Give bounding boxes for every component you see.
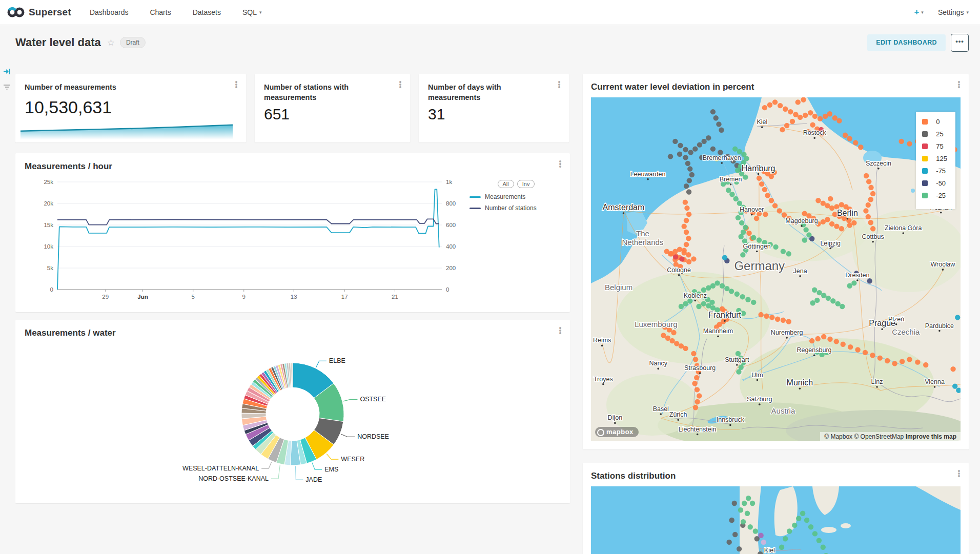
map-label: Cottbus [862,233,884,240]
station-dot [729,192,734,197]
expand-filter-bar-icon[interactable] [3,68,11,75]
svg-text:10k: 10k [44,243,53,250]
station-dot [661,333,666,338]
station-dot [748,524,753,529]
chart-kebab-menu[interactable]: ••• [557,160,564,168]
station-dot [686,259,691,264]
station-dot [688,150,693,155]
station-dot [679,304,684,309]
station-dot [780,127,785,132]
station-dot [762,187,767,192]
chart-kebab-menu[interactable]: ••• [397,81,404,89]
map-label: Rostock [803,129,827,136]
chart-kebab-menu[interactable]: ••• [955,470,963,478]
nav-item-charts[interactable]: Charts [150,8,171,16]
map-label: Zürich [669,411,687,418]
series-label: Measurements [485,193,525,200]
donut-label-ostsee: OSTSEE [360,396,386,403]
map-label: Wrocław [931,261,956,268]
map-label: Cologne [667,266,691,274]
new-item-button[interactable]: + ▾ [914,7,923,17]
station-dot [795,99,801,105]
dashboard-more-button[interactable]: ••• [951,34,969,52]
settings-menu[interactable]: Settings ▾ [938,8,969,16]
improve-map-link[interactable]: Improve this map [906,433,956,440]
station-dot [746,231,751,236]
nav-item-sql[interactable]: SQL▾ [242,8,262,16]
station-dot [716,121,721,127]
stations-map[interactable]: KielRostock [591,486,961,554]
station-dot [689,172,695,177]
station-dot [773,244,778,250]
map-label: Innsbruck [717,416,745,423]
legend-color-swatch [922,131,928,137]
legend-color-swatch [922,119,928,125]
station-dot [806,232,811,237]
chart-kebab-menu[interactable]: ••• [556,81,563,89]
map-label: Hamburg [742,164,775,173]
donut-label-ems: EMS [324,466,338,473]
legend-all-toggle[interactable]: All [498,180,514,188]
station-dot [803,113,808,118]
station-dot [685,161,690,166]
deviation-map[interactable]: LeeuwardenAmsterdamTheNetherlandsBelgium… [591,97,961,441]
kpi-title: Number of stations with measurements [264,82,401,102]
station-dot [732,501,737,506]
legend-item-stations[interactable]: Number of stations [469,204,563,212]
svg-text:25k: 25k [44,179,53,185]
station-dot [821,545,826,550]
station-dot [866,214,871,219]
station-dot [733,196,738,201]
station-dot [697,393,702,398]
attribution-text: © Mapbox © OpenStreetMap [824,433,904,440]
station-dot [821,219,826,224]
station-dot [681,223,686,229]
chart-kebab-menu[interactable]: ••• [233,81,240,89]
chart-kebab-menu[interactable]: ••• [557,327,564,335]
station-dot [691,351,696,356]
station-dot [683,147,688,152]
station-dot [762,105,767,110]
legend-item-measurements[interactable]: Measurements [469,193,563,200]
station-dot [784,123,789,128]
station-dot [786,319,791,324]
station-dot [847,283,852,289]
svg-text:20k: 20k [44,200,53,207]
station-dot [741,519,746,524]
map-label: Basel [653,405,669,413]
map-legend-item: 25 [922,130,947,138]
map-label: Amsterdam [603,203,645,212]
legend-inv-toggle[interactable]: Inv [517,180,535,188]
station-dot [683,301,688,306]
brand-name: Superset [29,7,71,18]
filter-icon[interactable] [3,84,11,91]
station-dot [839,226,844,231]
map-label: Pardubice [925,322,954,330]
nav-item-datasets[interactable]: Datasets [193,8,221,16]
station-dot [821,293,826,298]
station-dot [877,355,883,360]
map-label: The [636,229,649,238]
favorite-star-icon[interactable]: ☆ [107,37,115,48]
station-dot [732,146,738,151]
chart-kebab-menu[interactable]: ••• [955,81,963,89]
map-label: Mannheim [703,327,733,335]
station-dot [800,511,805,516]
map-legend-item: 125 [922,155,947,162]
station-dot [683,199,688,204]
station-dot [847,136,852,141]
nav-menu: DashboardsChartsDatasetsSQL▾ [90,8,262,16]
map-label: Dijon [608,414,623,421]
superset-logo[interactable]: Superset [7,7,71,18]
edit-dashboard-button[interactable]: EDIT DASHBOARD [867,34,946,51]
station-dot [788,109,793,114]
station-dot [740,252,745,257]
station-dot [695,387,700,392]
station-dot [701,139,706,144]
station-dot [840,304,845,309]
map-label: Bremerhaven [703,154,741,161]
nav-item-dashboards[interactable]: Dashboards [90,8,129,16]
station-dot [757,237,762,242]
station-dot [668,154,673,159]
mapbox-logo[interactable]: mapbox [595,427,639,437]
